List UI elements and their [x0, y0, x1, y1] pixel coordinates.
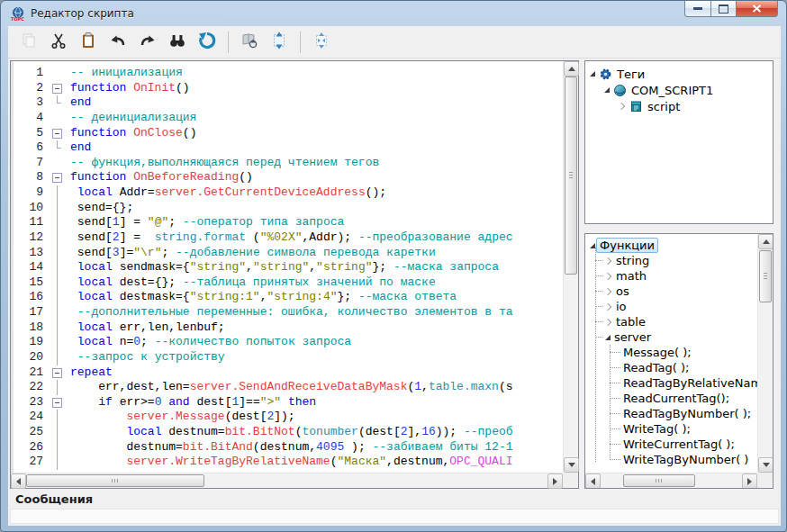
tree-item-script[interactable]: script: [586, 98, 772, 114]
scroll-left-button[interactable]: [585, 473, 601, 489]
functions-vertical-scrollbar[interactable]: [757, 234, 773, 473]
tree-item-table[interactable]: table: [586, 314, 757, 329]
code-line[interactable]: 15 local dest={}; --таблица принятых зна…: [11, 275, 563, 291]
code-line[interactable]: 2function OnInit(): [11, 81, 563, 96]
code-line[interactable]: 26 destnum=bit.BitAnd(destnum,4095 ); --…: [11, 440, 563, 455]
copy-button[interactable]: [17, 31, 41, 54]
tree-item-writetag[interactable]: WriteTag( );: [586, 421, 757, 437]
fit-window-button[interactable]: [310, 31, 333, 54]
code-line[interactable]: 19 local n=0; --количество попыток запро…: [11, 335, 563, 350]
code-line[interactable]: 16 local destmask={"string:1","string:4"…: [11, 290, 563, 305]
functions-tree[interactable]: ФункцииstringmathosiotableserverMessage(…: [586, 235, 757, 473]
vertical-scroll-thumb[interactable]: [759, 250, 772, 302]
tree-item-writetagbynumber[interactable]: WriteTagByNumber( ): [586, 452, 757, 467]
redo-button[interactable]: [136, 31, 159, 54]
collapse-arrow-icon[interactable]: [604, 87, 610, 93]
code-line[interactable]: 4-- деинициализация: [11, 111, 563, 126]
expand-vertical-button[interactable]: [267, 31, 291, 54]
collapse-arrow-icon[interactable]: [605, 335, 611, 340]
expand-arrow-icon[interactable]: [604, 257, 611, 264]
expand-arrow-icon[interactable]: [604, 272, 611, 279]
tree-item-io[interactable]: io: [586, 299, 757, 314]
scroll-down-button[interactable]: [758, 457, 773, 473]
editor-horizontal-scrollbar[interactable]: [11, 473, 563, 488]
tree-item-теги[interactable]: Теги: [586, 66, 772, 82]
script-check-button[interactable]: [238, 31, 261, 54]
code-line[interactable]: 8function OnBeforeReading(): [11, 170, 563, 185]
code-line[interactable]: 5function OnClose(): [11, 126, 563, 141]
tree-item-readtagbynumber[interactable]: ReadTagByNumber( );: [586, 406, 757, 421]
horizontal-scroll-thumb[interactable]: [26, 474, 204, 487]
tags-tree[interactable]: ТегиCOM_SCRIPT1script: [586, 62, 772, 222]
fold-toggle[interactable]: [50, 395, 65, 410]
tree-item-функции[interactable]: Функции: [586, 238, 757, 253]
tree-item-readcurrenttag[interactable]: ReadCurrentTag();: [586, 391, 757, 406]
code-text: send[3]="\r"; --добавление символа перев…: [65, 246, 436, 261]
fold-toggle[interactable]: [50, 170, 65, 185]
titlebar[interactable]: TOPC Редактор скрипта: [1, 1, 786, 26]
code-line[interactable]: 17 --дополнительные переменные: ошибка, …: [11, 305, 563, 320]
code-line[interactable]: 25 local destnum=bit.BitNot(tonumber(des…: [11, 425, 563, 440]
code-line[interactable]: 11 send[1] = "@"; --оператор типа запрос…: [11, 215, 563, 230]
code-line[interactable]: 23 if err>=0 and dest[1]==">" then: [11, 395, 563, 410]
scroll-right-button[interactable]: [742, 473, 757, 489]
code-line[interactable]: 14 local sendmask={"string","string","st…: [11, 260, 563, 275]
code-line[interactable]: 1-- инициализация: [11, 66, 563, 81]
fold-toggle[interactable]: [50, 81, 65, 96]
code-line[interactable]: 20 --запрос к устройству: [11, 350, 563, 365]
code-line[interactable]: 7-- функция,выполняющаяся перед чтением …: [11, 156, 563, 171]
fold-guide: [50, 335, 65, 350]
tree-item-math[interactable]: math: [586, 268, 757, 284]
cut-button[interactable]: [47, 31, 70, 54]
code-line[interactable]: 9 local Addr=server.GetCurrentDeviceAddr…: [11, 185, 563, 201]
tree-item-message[interactable]: Message( );: [586, 345, 757, 360]
syntax-check-button[interactable]: [195, 31, 219, 54]
close-button[interactable]: [737, 0, 778, 17]
scroll-right-button[interactable]: [547, 473, 563, 489]
tree-item-os[interactable]: os: [586, 284, 757, 299]
tree-item-readtag[interactable]: ReadTag( );: [586, 360, 757, 375]
vertical-scroll-thumb[interactable]: [565, 77, 577, 275]
tree-item-readtagbyrelativename[interactable]: ReadTagByRelativeName( );: [586, 375, 757, 391]
undo-button[interactable]: [106, 31, 130, 54]
scroll-up-button[interactable]: [758, 234, 773, 249]
code-editor[interactable]: 1-- инициализация2function OnInit()3end4…: [10, 60, 579, 489]
fold-guide: [50, 260, 65, 275]
scroll-left-button[interactable]: [11, 473, 26, 489]
code-viewport[interactable]: 1-- инициализация2function OnInit()3end4…: [11, 61, 563, 473]
functions-horizontal-scrollbar[interactable]: [585, 473, 757, 488]
scroll-up-button[interactable]: [564, 61, 579, 77]
scroll-down-button[interactable]: [564, 457, 579, 473]
code-line[interactable]: 21repeat: [11, 365, 563, 381]
fold-toggle[interactable]: [50, 365, 65, 381]
expand-arrow-icon[interactable]: [618, 103, 625, 110]
code-line[interactable]: 12 send[2] = string.format ("%02X",Addr)…: [11, 230, 563, 246]
panel-splitter[interactable]: [584, 224, 773, 233]
tree-item-server[interactable]: server: [586, 329, 757, 345]
collapse-arrow-icon[interactable]: [590, 243, 595, 248]
code-line[interactable]: 10 send={};: [11, 201, 563, 216]
expand-arrow-icon[interactable]: [604, 318, 611, 325]
expand-arrow-icon[interactable]: [604, 287, 611, 294]
expand-arrow-icon[interactable]: [604, 302, 611, 310]
code-line[interactable]: 18 local err,len,lenbuf;: [11, 320, 563, 336]
code-line[interactable]: 22 err,dest,len=server.SendAndReceiveDat…: [11, 380, 563, 395]
collapse-arrow-icon[interactable]: [590, 71, 595, 77]
code-line[interactable]: 6end: [11, 140, 563, 156]
fold-toggle[interactable]: [50, 126, 65, 141]
find-button[interactable]: [166, 31, 189, 54]
tree-item-com_script1[interactable]: COM_SCRIPT1: [586, 82, 772, 98]
code-line[interactable]: 3end: [11, 95, 563, 111]
editor-vertical-scrollbar[interactable]: [563, 61, 578, 473]
code-line[interactable]: 13 send[3]="\r"; --добавление символа пе…: [11, 246, 563, 261]
horizontal-scroll-thumb[interactable]: [623, 474, 695, 487]
minimize-button[interactable]: [684, 0, 711, 17]
line-number: 11: [11, 215, 50, 230]
code-line[interactable]: 24 server.Message(dest[2]);: [11, 410, 563, 425]
tree-item-string[interactable]: string: [586, 253, 757, 268]
maximize-button[interactable]: [711, 0, 737, 17]
code-line[interactable]: 27 server.WriteTagByRelativeName("Маска"…: [11, 455, 563, 470]
code-text: local n=0; --количество попыток запроса: [65, 335, 351, 350]
tree-item-writecurrenttag[interactable]: WriteCurrentTag( );: [586, 437, 757, 452]
paste-button[interactable]: [77, 31, 100, 54]
